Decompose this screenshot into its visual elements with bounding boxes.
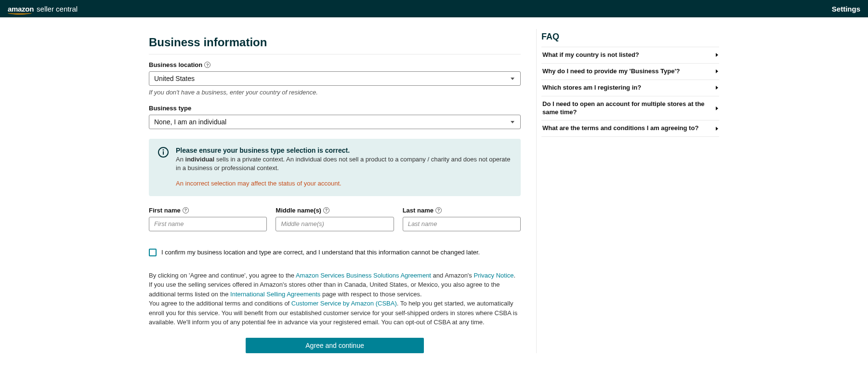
app-header: amazon seller central Settings bbox=[0, 0, 868, 17]
help-icon[interactable]: ? bbox=[323, 207, 329, 213]
last-name-label: Last name ? bbox=[403, 207, 521, 214]
business-location-label-text: Business location bbox=[149, 61, 202, 68]
page-title: Business information bbox=[149, 36, 521, 54]
first-name-label-text: First name bbox=[149, 207, 181, 214]
link-intl[interactable]: International Selling Agreements bbox=[230, 291, 320, 298]
business-type-label: Business type bbox=[149, 105, 521, 112]
info-box: Please ensure your business type selecti… bbox=[149, 139, 521, 196]
chevron-right-icon bbox=[716, 127, 718, 131]
legal-p3a: You agree to the additional terms and co… bbox=[149, 300, 291, 307]
legal-p2b: page with respect to those services. bbox=[320, 291, 421, 298]
agree-continue-button[interactable]: Agree and continue bbox=[246, 338, 424, 353]
business-location-helper: If you don't have a business, enter your… bbox=[149, 89, 521, 96]
brand-seller-central: seller central bbox=[37, 5, 78, 13]
faq-title: FAQ bbox=[541, 32, 719, 47]
info-body: An individual sells in a private context… bbox=[176, 155, 512, 173]
info-icon bbox=[158, 146, 169, 188]
legal-p1a: By clicking on 'Agree and continue', you… bbox=[149, 272, 296, 279]
middle-name-input[interactable] bbox=[276, 217, 394, 231]
info-body-rest: sells in a private context. An individua… bbox=[176, 156, 510, 172]
business-type-select[interactable]: None, I am an individual bbox=[149, 115, 521, 129]
last-name-label-text: Last name bbox=[403, 207, 434, 214]
middle-name-label-text: Middle name(s) bbox=[276, 207, 321, 214]
faq-item-which-stores[interactable]: Which stores am I registering in? bbox=[541, 80, 719, 96]
chevron-right-icon bbox=[716, 86, 718, 90]
business-type-label-text: Business type bbox=[149, 105, 191, 112]
business-location-label: Business location ? bbox=[149, 61, 521, 68]
confirm-checkbox[interactable] bbox=[149, 249, 157, 256]
help-icon[interactable]: ? bbox=[435, 207, 442, 213]
faq-item-label: Why do I need to provide my 'Business Ty… bbox=[542, 67, 680, 76]
faq-item-multiple-stores[interactable]: Do I need to open an account for multipl… bbox=[541, 96, 719, 121]
business-type-value: None, I am an individual bbox=[154, 118, 226, 126]
middle-name-label: Middle name(s) ? bbox=[276, 207, 394, 214]
faq-item-label: What are the terms and conditions I am a… bbox=[542, 124, 698, 133]
info-title: Please ensure your business type selecti… bbox=[176, 146, 512, 154]
legal-text: By clicking on 'Agree and continue', you… bbox=[149, 271, 521, 327]
confirm-label: I confirm my business location and type … bbox=[161, 249, 480, 256]
first-name-input[interactable] bbox=[149, 217, 267, 231]
chevron-right-icon bbox=[716, 53, 718, 57]
legal-p1c: . bbox=[514, 272, 516, 279]
faq-item-label: Which stores am I registering in? bbox=[542, 84, 641, 92]
faq-panel: FAQ What if my country is not listed? Wh… bbox=[536, 29, 719, 353]
first-name-label: First name ? bbox=[149, 207, 267, 214]
settings-link[interactable]: Settings bbox=[832, 5, 860, 13]
main-content: Business information Business location ?… bbox=[149, 29, 521, 353]
info-warning: An incorrect selection may affect the st… bbox=[176, 179, 512, 188]
faq-item-country-not-listed[interactable]: What if my country is not listed? bbox=[541, 47, 719, 64]
faq-item-label: Do I need to open an account for multipl… bbox=[542, 100, 711, 117]
chevron-right-icon bbox=[716, 106, 718, 110]
svg-point-2 bbox=[163, 150, 164, 150]
help-icon[interactable]: ? bbox=[204, 62, 210, 68]
link-bsa[interactable]: Amazon Services Business Solutions Agree… bbox=[296, 272, 431, 279]
business-location-value: United States bbox=[154, 75, 195, 82]
faq-item-label: What if my country is not listed? bbox=[542, 51, 639, 59]
info-body-bold: individual bbox=[185, 156, 215, 163]
last-name-input[interactable] bbox=[403, 217, 521, 231]
brand-logo: amazon seller central bbox=[8, 5, 78, 13]
chevron-right-icon bbox=[716, 69, 718, 73]
info-body-prefix: An bbox=[176, 156, 185, 163]
faq-item-terms[interactable]: What are the terms and conditions I am a… bbox=[541, 120, 719, 137]
link-csba[interactable]: Customer Service by Amazon (CSBA) bbox=[291, 300, 397, 307]
legal-p1b: and Amazon's bbox=[431, 272, 473, 279]
help-icon[interactable]: ? bbox=[183, 207, 189, 213]
faq-item-business-type[interactable]: Why do I need to provide my 'Business Ty… bbox=[541, 64, 719, 80]
brand-amazon: amazon bbox=[8, 5, 34, 13]
business-location-select[interactable]: United States bbox=[149, 71, 521, 86]
link-privacy[interactable]: Privacy Notice bbox=[473, 272, 513, 279]
